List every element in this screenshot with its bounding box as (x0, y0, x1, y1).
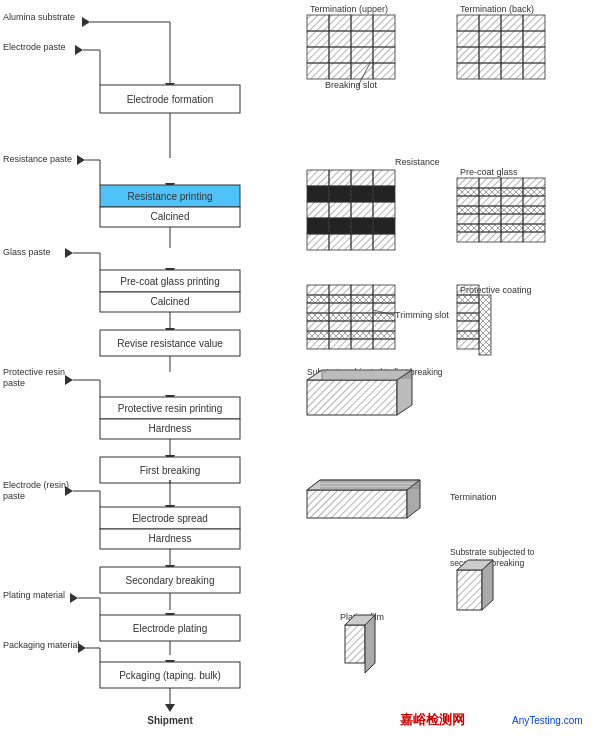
svg-rect-216 (457, 285, 479, 295)
svg-rect-235 (307, 490, 407, 518)
svg-rect-178 (523, 178, 545, 188)
svg-rect-249 (345, 625, 365, 663)
svg-rect-198 (329, 339, 351, 349)
svg-rect-183 (523, 224, 545, 232)
svg-text:Packaging material: Packaging material (3, 640, 80, 650)
svg-rect-175 (501, 214, 523, 224)
svg-rect-174 (501, 206, 523, 214)
svg-text:Protective resin printing: Protective resin printing (118, 403, 223, 414)
svg-rect-166 (479, 196, 501, 206)
svg-rect-92 (307, 31, 329, 47)
svg-rect-163 (457, 232, 479, 242)
svg-rect-190 (307, 331, 329, 339)
svg-rect-245 (457, 570, 482, 610)
svg-rect-223 (479, 295, 491, 355)
svg-text:Trimming slot: Trimming slot (395, 310, 449, 320)
svg-rect-193 (329, 295, 351, 303)
svg-text:Calcined: Calcined (151, 296, 190, 307)
svg-rect-206 (373, 285, 395, 295)
svg-rect-186 (307, 295, 329, 303)
svg-rect-137 (307, 234, 329, 250)
svg-rect-106 (373, 63, 395, 79)
svg-rect-114 (457, 31, 479, 47)
svg-rect-177 (501, 232, 523, 242)
svg-rect-211 (373, 331, 395, 339)
svg-rect-210 (373, 321, 395, 331)
svg-rect-168 (479, 214, 501, 224)
svg-rect-191 (307, 339, 329, 349)
svg-rect-179 (523, 188, 545, 196)
svg-rect-98 (329, 63, 351, 79)
svg-text:Electrode paste: Electrode paste (3, 42, 66, 52)
svg-rect-116 (457, 63, 479, 79)
svg-rect-222 (457, 339, 479, 349)
svg-rect-188 (307, 313, 329, 321)
svg-rect-161 (457, 214, 479, 224)
svg-rect-181 (523, 206, 545, 214)
svg-marker-28 (65, 248, 73, 258)
svg-marker-81 (78, 643, 86, 653)
svg-rect-169 (479, 224, 501, 232)
svg-rect-173 (501, 196, 523, 206)
svg-rect-146 (351, 218, 373, 234)
svg-rect-194 (329, 303, 351, 313)
svg-rect-120 (479, 63, 501, 79)
svg-text:Electrode formation: Electrode formation (127, 94, 214, 105)
svg-rect-151 (373, 218, 395, 234)
svg-rect-115 (457, 47, 479, 63)
svg-rect-148 (373, 170, 395, 186)
svg-rect-96 (329, 31, 351, 47)
svg-rect-225 (307, 380, 397, 415)
svg-rect-113 (457, 15, 479, 31)
svg-rect-123 (501, 47, 523, 63)
svg-rect-128 (523, 63, 545, 79)
svg-rect-208 (373, 303, 395, 313)
svg-rect-220 (457, 321, 479, 331)
svg-text:Resistance printing: Resistance printing (127, 191, 212, 202)
svg-rect-189 (307, 321, 329, 331)
svg-text:Electrode spread: Electrode spread (132, 513, 208, 524)
svg-rect-167 (479, 206, 501, 214)
svg-marker-11 (75, 45, 83, 55)
svg-text:Protective resin: Protective resin (3, 367, 65, 377)
svg-rect-185 (307, 285, 329, 295)
svg-text:Plating material: Plating material (3, 590, 65, 600)
svg-rect-140 (329, 202, 351, 218)
svg-text:AnyTesting.com: AnyTesting.com (512, 715, 583, 726)
svg-text:Pckaging (taping. bulk): Pckaging (taping. bulk) (119, 670, 221, 681)
svg-rect-159 (457, 196, 479, 206)
svg-text:Breaking slot: Breaking slot (325, 80, 378, 90)
svg-text:Calcined: Calcined (151, 211, 190, 222)
svg-rect-101 (351, 47, 373, 63)
svg-marker-226 (307, 370, 412, 380)
svg-rect-207 (373, 295, 395, 303)
svg-rect-143 (351, 170, 373, 186)
svg-text:Pre-coat glass printing: Pre-coat glass printing (120, 276, 220, 287)
svg-rect-176 (501, 224, 523, 232)
svg-text:paste: paste (3, 378, 25, 388)
svg-text:Alumina substrate: Alumina substrate (3, 12, 75, 22)
svg-rect-144 (351, 186, 373, 202)
svg-text:嘉峪检测网: 嘉峪检测网 (399, 712, 465, 727)
svg-rect-212 (373, 339, 395, 349)
svg-rect-170 (479, 232, 501, 242)
svg-text:Hardness: Hardness (149, 423, 192, 434)
svg-rect-141 (329, 218, 351, 234)
svg-rect-195 (329, 313, 351, 321)
svg-rect-97 (329, 47, 351, 63)
main-container: Alumina substrate Electrode paste Electr… (0, 0, 600, 738)
svg-rect-138 (329, 170, 351, 186)
svg-text:Termination (back): Termination (back) (460, 4, 534, 14)
svg-text:First breaking: First breaking (140, 465, 201, 476)
svg-text:Revise resistance value: Revise resistance value (117, 338, 223, 349)
svg-rect-182 (523, 214, 545, 224)
svg-rect-117 (479, 15, 501, 31)
svg-rect-95 (329, 15, 351, 31)
svg-text:paste: paste (3, 491, 25, 501)
svg-rect-91 (307, 15, 329, 31)
svg-rect-122 (501, 31, 523, 47)
svg-rect-199 (351, 285, 373, 295)
svg-rect-196 (329, 321, 351, 331)
svg-rect-165 (479, 188, 501, 196)
svg-rect-150 (373, 202, 395, 218)
